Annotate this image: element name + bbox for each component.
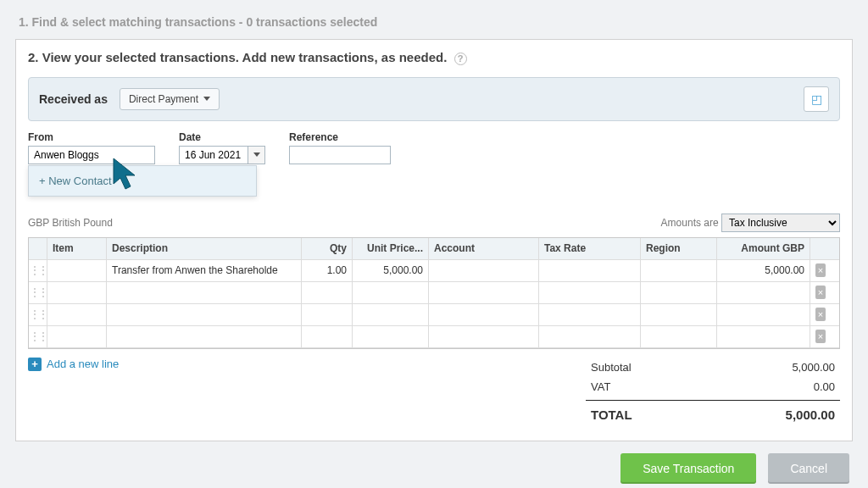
delete-row-button[interactable]: × bbox=[815, 286, 826, 299]
cell-amount[interactable] bbox=[717, 326, 810, 347]
amounts-are-select[interactable]: Tax Inclusive bbox=[721, 214, 840, 232]
cell-tax-rate[interactable] bbox=[539, 260, 641, 281]
cell-qty[interactable] bbox=[302, 304, 353, 325]
received-as-bar: Received as Direct Payment ◰ bbox=[28, 77, 840, 121]
delete-row-button[interactable]: × bbox=[815, 308, 826, 321]
reference-field: Reference bbox=[289, 131, 391, 164]
cell-description[interactable] bbox=[107, 326, 302, 347]
reference-label: Reference bbox=[289, 131, 391, 143]
add-new-line-button[interactable]: + Add a new line bbox=[28, 358, 119, 371]
cell-region[interactable] bbox=[641, 304, 717, 325]
date-field: Date bbox=[179, 131, 265, 164]
grid-header-item: Item bbox=[47, 238, 107, 259]
grid-header-account: Account bbox=[429, 238, 539, 259]
grid-header-qty: Qty bbox=[302, 238, 353, 259]
cell-unit-price[interactable] bbox=[353, 282, 429, 303]
currency-and-amounts-row: GBP British Pound Amounts are Tax Inclus… bbox=[28, 214, 840, 232]
cell-account[interactable] bbox=[429, 326, 539, 347]
cell-delete: × bbox=[810, 304, 831, 325]
table-row[interactable]: × bbox=[29, 304, 839, 326]
received-as-value: Direct Payment bbox=[129, 93, 198, 105]
grid-header-delete bbox=[810, 238, 831, 259]
table-row[interactable]: Transfer from Anwen the Shareholde 1.00 … bbox=[29, 260, 839, 282]
from-autocomplete-popup: + New Contact bbox=[28, 165, 257, 197]
date-picker-button[interactable] bbox=[248, 146, 265, 164]
cell-amount[interactable]: 5,000.00 bbox=[717, 260, 810, 281]
caret-down-icon bbox=[203, 97, 210, 101]
cell-item[interactable] bbox=[47, 304, 107, 325]
totals-block: Subtotal 5,000.00 VAT 0.00 TOTAL 5,000.0… bbox=[586, 358, 840, 425]
cell-delete: × bbox=[810, 282, 831, 303]
cell-description[interactable] bbox=[107, 304, 302, 325]
cell-item[interactable] bbox=[47, 260, 107, 281]
grid-header-tax-rate: Tax Rate bbox=[539, 238, 641, 259]
cell-tax-rate[interactable] bbox=[539, 304, 641, 325]
grid-header-row: Item Description Qty Unit Price... Accou… bbox=[29, 238, 839, 260]
total-row: TOTAL 5,000.00 bbox=[586, 400, 840, 425]
drag-handle-icon[interactable] bbox=[29, 282, 47, 303]
help-icon[interactable]: ? bbox=[454, 53, 467, 65]
split-transaction-button[interactable]: ◰ bbox=[804, 86, 829, 112]
cell-tax-rate[interactable] bbox=[539, 282, 641, 303]
cell-region[interactable] bbox=[641, 326, 717, 347]
cell-unit-price[interactable] bbox=[353, 326, 429, 347]
from-field: From bbox=[28, 131, 155, 164]
cell-qty[interactable] bbox=[302, 326, 353, 347]
cell-description[interactable]: Transfer from Anwen the Shareholde bbox=[107, 260, 302, 281]
cell-unit-price[interactable]: 5,000.00 bbox=[353, 260, 429, 281]
cell-amount[interactable] bbox=[717, 282, 810, 303]
cell-delete: × bbox=[810, 260, 831, 281]
cell-account[interactable] bbox=[429, 282, 539, 303]
delete-row-button[interactable]: × bbox=[815, 330, 826, 343]
cell-region[interactable] bbox=[641, 260, 717, 281]
amounts-are-label: Amounts are bbox=[661, 217, 719, 229]
add-new-line-label: Add a new line bbox=[47, 358, 119, 370]
drag-handle-icon[interactable] bbox=[29, 304, 47, 325]
from-label: From bbox=[28, 131, 155, 143]
vat-label: VAT bbox=[591, 380, 610, 393]
step2-text: 2. View your selected transactions. Add … bbox=[28, 50, 447, 64]
cell-amount[interactable] bbox=[717, 304, 810, 325]
received-as-dropdown[interactable]: Direct Payment bbox=[120, 88, 220, 110]
table-row[interactable]: × bbox=[29, 326, 839, 348]
received-as-label: Received as bbox=[39, 92, 108, 106]
reference-input[interactable] bbox=[289, 146, 391, 164]
step1-heading: 1. Find & select matching transactions -… bbox=[19, 15, 853, 29]
grid-header-amount: Amount GBP bbox=[717, 238, 810, 259]
transaction-panel: 2. View your selected transactions. Add … bbox=[15, 39, 853, 441]
caret-down-icon bbox=[253, 152, 260, 157]
grid-header-unit-price: Unit Price... bbox=[353, 238, 429, 259]
subtotal-label: Subtotal bbox=[591, 361, 632, 374]
cell-region[interactable] bbox=[641, 282, 717, 303]
plus-icon: + bbox=[28, 358, 42, 371]
cell-account[interactable] bbox=[429, 304, 539, 325]
from-input[interactable] bbox=[28, 146, 155, 164]
date-input[interactable] bbox=[179, 146, 248, 164]
save-transaction-button[interactable]: Save Transaction bbox=[620, 453, 756, 484]
cell-item[interactable] bbox=[47, 282, 107, 303]
cell-tax-rate[interactable] bbox=[539, 326, 641, 347]
table-row[interactable]: × bbox=[29, 282, 839, 304]
grid-header-description: Description bbox=[107, 238, 302, 259]
cell-item[interactable] bbox=[47, 326, 107, 347]
line-items-grid: Item Description Qty Unit Price... Accou… bbox=[28, 237, 840, 349]
footer-buttons: Save Transaction Cancel bbox=[0, 453, 849, 484]
total-value: 5,000.00 bbox=[786, 408, 835, 422]
cell-account[interactable] bbox=[429, 260, 539, 281]
cancel-button[interactable]: Cancel bbox=[768, 453, 849, 484]
drag-handle-icon[interactable] bbox=[29, 326, 47, 347]
total-label: TOTAL bbox=[591, 408, 632, 422]
grid-header-drag bbox=[29, 238, 47, 259]
cell-delete: × bbox=[810, 326, 831, 347]
step2-heading: 2. View your selected transactions. Add … bbox=[28, 50, 840, 65]
delete-row-button[interactable]: × bbox=[815, 263, 826, 277]
cell-description[interactable] bbox=[107, 282, 302, 303]
cell-qty[interactable] bbox=[302, 282, 353, 303]
cell-unit-price[interactable] bbox=[353, 304, 429, 325]
grid-header-region: Region bbox=[641, 238, 717, 259]
cell-qty[interactable]: 1.00 bbox=[302, 260, 353, 281]
new-contact-option[interactable]: + New Contact bbox=[39, 175, 246, 187]
drag-handle-icon[interactable] bbox=[29, 260, 47, 281]
below-grid-row: + Add a new line Subtotal 5,000.00 VAT 0… bbox=[28, 358, 840, 425]
subtotal-row: Subtotal 5,000.00 bbox=[586, 358, 840, 377]
